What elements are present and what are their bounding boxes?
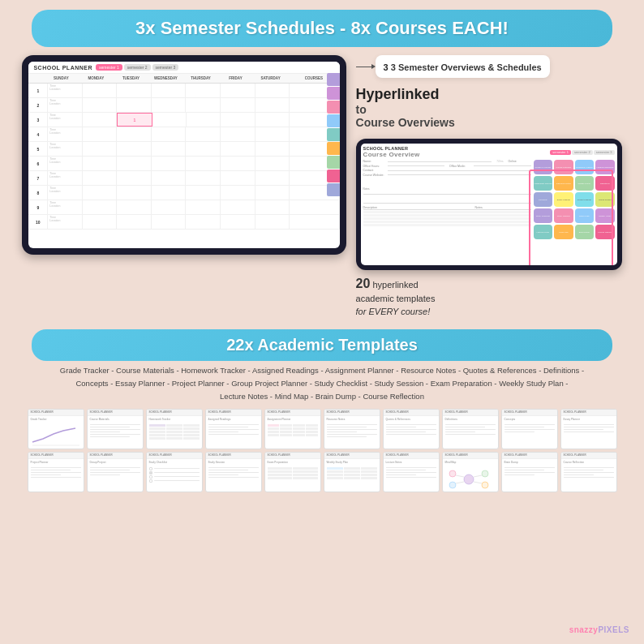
planner-header: SCHOOL PLANNER semester 1 semester 2 sem… bbox=[28, 62, 339, 74]
hyperlinked-title: Hyperlinked bbox=[356, 86, 622, 103]
middle-banner: 22x Academic Templates bbox=[32, 329, 612, 361]
course-tab1[interactable]: semester 1 bbox=[550, 150, 571, 155]
icon-readings[interactable]: Assigned Readings bbox=[595, 160, 615, 174]
course-tab2[interactable]: semester 2 bbox=[572, 150, 593, 155]
thumbnail-study-checklist: SCHOOL PLANNER Study Checklist bbox=[146, 452, 203, 492]
thumbnail-grade-tracker: SCHOOL PLANNER Grade Tracker bbox=[28, 409, 84, 449]
thumbnail-lecture-notes: SCHOOL PLANNER Lecture Notes bbox=[383, 452, 440, 492]
thumbnail-exam-preparation: SCHOOL PLANNER Exam Preparation bbox=[264, 452, 321, 492]
semester-overview-annotation: 3 3 Semester Overviews & Schedules bbox=[376, 55, 550, 78]
icon-study-checklist[interactable]: Study Checklist bbox=[534, 208, 553, 223]
course-tabs: semester 1 semester 2 semester 3 bbox=[550, 150, 614, 155]
course-tab3[interactable]: semester 3 bbox=[594, 150, 615, 155]
schedule-row: 4 TimeLocation bbox=[28, 127, 339, 142]
thumbnail-mind-map: SCHOOL PLANNER Mind Map bbox=[442, 452, 499, 492]
resource-notes-label: Resource Notes bbox=[324, 416, 380, 423]
icon-definitions[interactable]: Definitions bbox=[595, 176, 615, 191]
icon-concepts[interactable]: Concepts bbox=[534, 192, 553, 207]
thumbnails-container: SCHOOL PLANNER Grade Tracker SCHOOL PLAN… bbox=[22, 409, 621, 492]
tablet-right: SCHOOL PLANNER Course Overview semester … bbox=[356, 139, 622, 270]
course-icon-grid: Grades & Tracker Course Materials Homewo… bbox=[534, 160, 615, 239]
planner-title: SCHOOL PLANNER bbox=[33, 65, 92, 71]
icon-homework[interactable]: Homework Tracker bbox=[575, 160, 595, 174]
thumbnail-course-reflection: SCHOOL PLANNER Course Reflection bbox=[560, 452, 617, 492]
col-tuesday: Tuesday bbox=[114, 75, 148, 81]
tab-semester3[interactable]: semester 3 bbox=[152, 64, 179, 71]
icon-assignment[interactable]: Assignment Planner bbox=[534, 176, 553, 191]
thumbnail-concepts: SCHOOL PLANNER Concepts bbox=[501, 409, 558, 449]
icon-weekly-study[interactable]: Weekly Study bbox=[595, 208, 615, 223]
icon-course-reflection[interactable]: Course Reflect. bbox=[595, 225, 615, 239]
definitions-label: Definitions bbox=[443, 416, 498, 423]
schedule-row: 3 TimeLocation 1 bbox=[28, 113, 339, 127]
template-names-list: Grade Tracker - Course Materials - Homew… bbox=[32, 364, 612, 403]
schedule-row: 7 TimeLocation bbox=[28, 171, 339, 186]
thumbnail-definitions: SCHOOL PLANNER Definitions bbox=[442, 409, 499, 449]
col-friday: Friday bbox=[218, 75, 253, 81]
icon-lecture-notes[interactable]: Lecture Notes bbox=[534, 225, 553, 239]
thumbnail-weekly-study-plan: SCHOOL PLANNER Weekly Study Plan bbox=[324, 452, 380, 492]
svg-point-3 bbox=[449, 482, 456, 488]
main-container: 3x Semester Schedules - 8x Courses EACH!… bbox=[0, 0, 644, 644]
schedule-grid: Sunday Monday Tuesday Wednesday Thursday… bbox=[28, 74, 339, 232]
middle-banner-text: 22x Academic Templates bbox=[54, 336, 590, 354]
top-banner: 3x Semester Schedules - 8x Courses EACH! bbox=[32, 10, 612, 47]
schedule-row: 5 TimeLocation bbox=[28, 142, 339, 157]
thumbnail-quotes-references: SCHOOL PLANNER Quotes & References bbox=[383, 409, 440, 449]
col-sunday: Sunday bbox=[44, 75, 79, 81]
thumbnail-essay-planner: SCHOOL PLANNER Essay Planner bbox=[560, 409, 617, 449]
svg-line-8 bbox=[474, 475, 482, 477]
course-overview-label: Course Overview bbox=[363, 151, 420, 158]
icon-exam-prep[interactable]: Exam Prep bbox=[575, 208, 595, 223]
icon-resource-notes[interactable]: Resource Notes bbox=[554, 176, 573, 191]
icon-project[interactable]: Project Planner bbox=[575, 192, 595, 207]
brand-text: snazzyPIXELS bbox=[569, 625, 629, 634]
thumbnail-study-session: SCHOOL PLANNER Study Session bbox=[205, 452, 262, 492]
course-overview-header: SCHOOL PLANNER Course Overview semester … bbox=[363, 146, 615, 158]
thumbnail-assignment-planner: SCHOOL PLANNER Assignment Planner bbox=[264, 409, 321, 449]
thumbnails-row1: SCHOOL PLANNER Grade Tracker SCHOOL PLAN… bbox=[22, 409, 621, 449]
icon-mind-map[interactable]: Mind Map bbox=[554, 225, 573, 239]
top-banner-text: 3x Semester Schedules - 8x Courses EACH! bbox=[54, 18, 590, 39]
schedule-row: 1 TimeLocation bbox=[28, 84, 339, 98]
icon-brain-dump[interactable]: Brain Dump bbox=[575, 225, 595, 239]
course-icon-section: Grades & Tracker Course Materials Homewo… bbox=[534, 160, 615, 239]
tablets-section: SCHOOL PLANNER semester 1 semester 2 sem… bbox=[22, 55, 621, 318]
svg-line-6 bbox=[456, 475, 464, 477]
icon-quotes[interactable]: Quotes & Ref. bbox=[575, 176, 595, 191]
schedule-row: 10 TimeLocation bbox=[28, 215, 339, 230]
icon-group-project[interactable]: Group Project bbox=[595, 192, 615, 207]
twenty-annotation: 20 hyperlinked academic templates for EV… bbox=[356, 275, 622, 318]
col-saturday: Saturday bbox=[253, 75, 288, 81]
icon-grades[interactable]: Grades & Tracker bbox=[534, 160, 553, 174]
left-planner-sidebar bbox=[327, 73, 340, 196]
tablet-left: SCHOOL PLANNER semester 1 semester 2 sem… bbox=[22, 55, 346, 255]
hyperlinked-sub: to Course Overviews bbox=[356, 103, 622, 129]
tablet-screen-left: SCHOOL PLANNER semester 1 semester 2 sem… bbox=[28, 62, 339, 248]
thumbnail-project-planner: SCHOOL PLANNER Project Planner bbox=[28, 452, 84, 492]
tablets-right: 3 3 Semester Overviews & Schedules Hyper… bbox=[356, 55, 622, 318]
thumbnail-homework-tracker: SCHOOL PLANNER Homework Tracker bbox=[146, 409, 203, 449]
svg-point-5 bbox=[482, 482, 488, 488]
svg-point-2 bbox=[449, 470, 456, 477]
icon-essay[interactable]: Essay Planner bbox=[554, 192, 573, 207]
tab-semester2[interactable]: semester 2 bbox=[124, 64, 151, 71]
col-thursday: Thursday bbox=[183, 75, 218, 81]
schedule-row: 2 TimeLocation bbox=[28, 98, 339, 113]
icon-materials[interactable]: Course Materials bbox=[554, 160, 573, 174]
schedule-row: 8 TimeLocation bbox=[28, 186, 339, 200]
tab-semester1[interactable]: semester 1 bbox=[96, 64, 122, 71]
svg-line-7 bbox=[456, 482, 464, 483]
thumbnail-brain-dump: SCHOOL PLANNER Brain Dump bbox=[501, 452, 558, 492]
svg-line-9 bbox=[474, 482, 482, 483]
schedule-row: 9 TimeLocation bbox=[28, 200, 339, 215]
thumbnails-row2: SCHOOL PLANNER Project Planner SCHOOL PL… bbox=[22, 452, 621, 492]
icon-study-session[interactable]: Study Session bbox=[554, 208, 573, 223]
schedule-header: Sunday Monday Tuesday Wednesday Thursday… bbox=[28, 74, 339, 84]
watermark: snazzyPIXELS bbox=[569, 625, 629, 634]
thumbnail-assigned-readings: SCHOOL PLANNER Assigned Readings bbox=[205, 409, 262, 449]
svg-point-1 bbox=[464, 474, 474, 484]
semester-annotation: 3 3 Semester Overviews & Schedules bbox=[356, 55, 622, 78]
col-monday: Monday bbox=[79, 75, 114, 81]
tablet-screen-right: SCHOOL PLANNER Course Overview semester … bbox=[361, 144, 617, 265]
